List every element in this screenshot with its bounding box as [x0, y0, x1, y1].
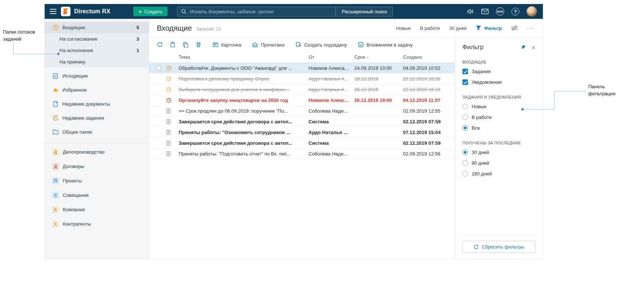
filter-sections: ВХОДЯЩИЕ Задания Уведомления ЗАДАНИЯ И У… [462, 52, 535, 179]
close-icon[interactable]: × [531, 44, 535, 51]
sidebar-module[interactable]: Д Делопроизводство [45, 146, 149, 158]
plus-icon: + [138, 9, 142, 14]
sidebar-item-recent-tasks[interactable]: Недавние задания [45, 112, 149, 124]
radio-icon [462, 125, 468, 131]
sidebar-item-outbox[interactable]: Исходящие [45, 70, 149, 82]
subfolder-count: 1 [137, 48, 139, 53]
table-row[interactable]: Обработайте: Документы с ООО "Авангард" … [149, 63, 455, 73]
view-settings-icon[interactable] [511, 25, 518, 31]
sidebar-module[interactable]: К Контрагенты [45, 218, 149, 230]
cell-created: 02.09.2019 12:56 [403, 151, 452, 157]
quick-filter[interactable]: 30 дней [449, 25, 466, 31]
create-subtask-button[interactable]: Создать подзадачу [296, 42, 347, 48]
column-header-subject[interactable]: Тема [179, 54, 309, 60]
filter-option-label: В работе [472, 114, 492, 120]
table-row[interactable]: Организуйте закупку канцтоваров на 2020 … [149, 95, 455, 106]
column-header-due[interactable]: Срок↓ [354, 54, 403, 60]
paste-icon[interactable] [170, 42, 176, 48]
subfolder-label: На приемку [59, 59, 139, 65]
quick-filter[interactable]: В работе [420, 25, 440, 31]
filter-radio-option[interactable]: В работе [462, 112, 535, 123]
app-window: Directum RX + Создать Расширенный поиск [44, 4, 543, 259]
subtask-icon [296, 42, 302, 48]
copy-icon[interactable] [183, 42, 189, 48]
mail-icon[interactable] [481, 8, 489, 14]
filter-radio-option[interactable]: 90 дней [462, 158, 535, 168]
attach-to-task-button[interactable]: Вложением в задачу [358, 42, 413, 48]
filter-checkbox-option[interactable]: Задания [462, 66, 535, 77]
column-header-from[interactable]: От [309, 54, 354, 60]
quick-filter[interactable]: Новые [396, 25, 411, 31]
module-label: Контрагенты [63, 221, 139, 227]
toolbar-button-label: Прочитано [261, 42, 285, 48]
table-row[interactable]: Приняты работы: "Ознакомить сотрудников … [149, 127, 455, 138]
table-row[interactable]: Приняты работы: "Подготовить отчет" по В… [149, 148, 455, 159]
cell-due: 20.12.2019 19:00 [354, 97, 403, 103]
whats-new-icon[interactable]: NEW [496, 7, 504, 16]
sidebar-subfolder[interactable]: На приемку [45, 56, 149, 68]
sidebar-subfolder[interactable]: На исполнение 1 [45, 45, 149, 56]
sidebar-item-count: 5 [137, 25, 139, 30]
advanced-search-link[interactable]: Расширенный поиск [335, 7, 393, 16]
card-button[interactable]: Карточка [213, 42, 241, 48]
toolbar-button-label: Карточка [221, 42, 241, 48]
filter-button[interactable]: Фильтр [476, 25, 502, 31]
table-row[interactable]: Выберите сотрудников для участия в конфе… [149, 84, 455, 95]
mark-read-button[interactable]: Прочитано [252, 42, 285, 48]
app-logo-icon[interactable] [61, 7, 70, 16]
table-row[interactable]: Завершается срок действия договора с авт… [149, 116, 455, 127]
reset-filters-button[interactable]: Сбросить фильтры [462, 241, 535, 253]
table-row[interactable]: Завершается срок действия договора с авт… [149, 138, 455, 148]
more-actions-icon[interactable]: ··· [527, 25, 535, 31]
filter-section-header: ПОЛУЧЕНЫ ЗА ПОСЛЕДНИЕ [462, 141, 535, 145]
filter-radio-option[interactable]: Все [462, 123, 535, 133]
module-letter-badge: Д [52, 148, 59, 155]
sidebar-module[interactable]: Д Договоры [45, 161, 149, 172]
help-icon[interactable]: ? [512, 8, 519, 16]
announcements-icon[interactable] [466, 8, 474, 15]
toolbar-button-label: Создать подзадачу [304, 42, 347, 48]
filter-section-header: ЗАДАНИЯ И УВЕДОМЛЕНИЯ [462, 95, 535, 99]
search-icon [181, 8, 187, 14]
cell-created: 22.12.2019 16:28 [403, 76, 452, 82]
user-avatar[interactable] [527, 6, 537, 17]
table-row[interactable]: >> Срок продлен до 06.09.2019: поручение… [149, 106, 455, 116]
sidebar-module[interactable]: П Проекты [45, 175, 149, 186]
subfolder-label: На согласование [59, 36, 137, 42]
inbox-folder-group: Входящие 5 На согласование 3 На исполнен… [45, 22, 149, 68]
notification-icon [166, 130, 171, 135]
checkbox-icon [462, 69, 468, 74]
sidebar-divider [45, 143, 149, 143]
sidebar-item-inbox[interactable]: Входящие 5 [45, 22, 149, 33]
radio-icon [462, 104, 468, 109]
row-checkbox[interactable] [156, 66, 161, 71]
filter-checkbox-option[interactable]: Уведомления [462, 77, 535, 88]
sidebar-item-recent-documents[interactable]: Недавние документы [45, 98, 149, 110]
reset-refresh-icon [473, 244, 479, 250]
filter-option-label: Уведомления [472, 79, 502, 85]
cell-subject: Приняты работы: "Ознакомить сотрудников … [179, 130, 309, 135]
filter-radio-option[interactable]: 30 дней [462, 147, 535, 158]
cell-from: Новиков Александр ... [309, 97, 354, 103]
pin-icon[interactable] [520, 44, 526, 50]
cell-created: 22.12.2019 16:19 [403, 87, 452, 92]
column-header-created[interactable]: Создано [403, 54, 452, 60]
delete-icon[interactable] [196, 42, 202, 48]
menu-icon[interactable] [50, 9, 56, 14]
create-button[interactable]: + Создать [133, 7, 168, 16]
sidebar-item-shared-folders[interactable]: Общие папки [45, 126, 149, 138]
filter-radio-option[interactable]: 180 дней [462, 168, 535, 179]
sidebar-module[interactable]: С Совещания [45, 189, 149, 201]
sidebar-module[interactable]: К Компания [45, 204, 149, 215]
filter-radio-option[interactable]: Новые [462, 101, 535, 112]
cell-subject: Выберите сотрудников для участия в конфе… [179, 87, 309, 92]
notification-icon [166, 151, 171, 157]
search-input[interactable] [190, 9, 335, 14]
subfolder-label: На исполнение [59, 48, 137, 53]
refresh-icon[interactable] [157, 42, 163, 48]
sidebar-item-favorites[interactable]: Избранное [45, 84, 149, 96]
sidebar-subfolder[interactable]: На согласование 3 [45, 33, 149, 45]
table-row[interactable]: Подготовка к детскому празднику. Опрос А… [149, 73, 455, 84]
sidebar-item-label: Недавние документы [62, 101, 139, 107]
recent-tasks-icon [52, 115, 59, 121]
